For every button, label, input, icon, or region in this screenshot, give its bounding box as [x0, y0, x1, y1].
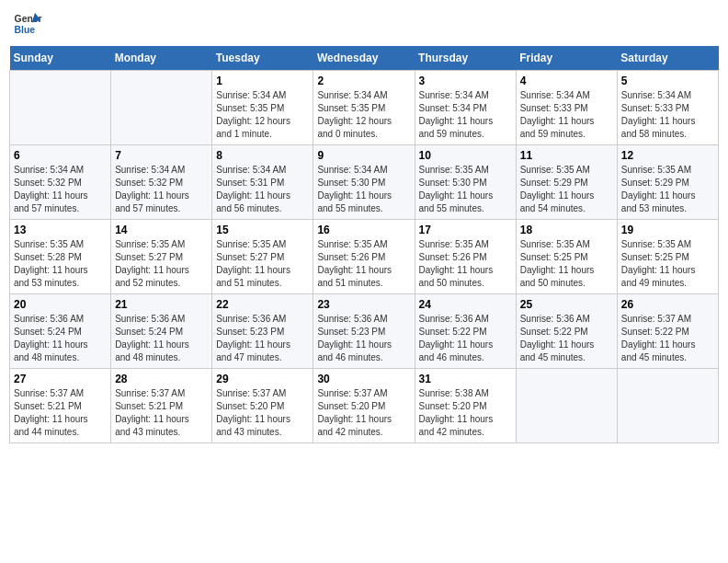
calendar-cell: 23Sunrise: 5:36 AMSunset: 5:23 PMDayligh…	[313, 294, 415, 369]
calendar-cell: 14Sunrise: 5:35 AMSunset: 5:27 PMDayligh…	[111, 220, 212, 294]
day-number: 10	[419, 149, 512, 162]
day-number: 23	[317, 298, 410, 311]
day-number: 15	[216, 224, 309, 236]
calendar-cell: 13Sunrise: 5:35 AMSunset: 5:28 PMDayligh…	[10, 220, 111, 294]
calendar-cell: 27Sunrise: 5:37 AMSunset: 5:21 PMDayligh…	[10, 369, 111, 443]
calendar-cell: 1Sunrise: 5:34 AMSunset: 5:35 PMDaylight…	[212, 71, 313, 145]
logo-icon: General Blue	[13, 9, 42, 39]
calendar-week-1: 1Sunrise: 5:34 AMSunset: 5:35 PMDaylight…	[10, 71, 719, 145]
calendar-cell: 2Sunrise: 5:34 AMSunset: 5:35 PMDaylight…	[313, 71, 415, 145]
day-info: Sunrise: 5:34 AMSunset: 5:35 PMDaylight:…	[216, 89, 309, 141]
day-info: Sunrise: 5:35 AMSunset: 5:27 PMDaylight:…	[216, 238, 309, 290]
day-number: 18	[520, 224, 613, 236]
calendar-week-4: 20Sunrise: 5:36 AMSunset: 5:24 PMDayligh…	[10, 294, 719, 369]
calendar-cell: 6Sunrise: 5:34 AMSunset: 5:32 PMDaylight…	[10, 145, 111, 220]
calendar-header-sunday: Sunday	[10, 46, 111, 71]
day-number: 16	[317, 224, 410, 236]
day-info: Sunrise: 5:37 AMSunset: 5:21 PMDaylight:…	[115, 387, 208, 439]
calendar-cell: 3Sunrise: 5:34 AMSunset: 5:34 PMDaylight…	[415, 71, 516, 145]
day-info: Sunrise: 5:36 AMSunset: 5:24 PMDaylight:…	[115, 313, 208, 364]
day-info: Sunrise: 5:34 AMSunset: 5:33 PMDaylight:…	[520, 89, 613, 141]
calendar-cell: 11Sunrise: 5:35 AMSunset: 5:29 PMDayligh…	[516, 145, 617, 220]
day-number: 19	[621, 224, 714, 236]
calendar-cell: 16Sunrise: 5:35 AMSunset: 5:26 PMDayligh…	[313, 220, 415, 294]
calendar-cell: 21Sunrise: 5:36 AMSunset: 5:24 PMDayligh…	[111, 294, 212, 369]
day-info: Sunrise: 5:34 AMSunset: 5:35 PMDaylight:…	[317, 89, 410, 141]
calendar-table: SundayMondayTuesdayWednesdayThursdayFrid…	[9, 46, 719, 443]
calendar-cell: 7Sunrise: 5:34 AMSunset: 5:32 PMDaylight…	[111, 145, 212, 220]
day-number: 24	[419, 298, 512, 311]
day-number: 31	[419, 373, 512, 385]
page-header: General Blue	[9, 9, 719, 39]
calendar-cell: 24Sunrise: 5:36 AMSunset: 5:22 PMDayligh…	[415, 294, 516, 369]
day-number: 29	[216, 373, 309, 385]
day-number: 26	[621, 298, 714, 311]
calendar-week-5: 27Sunrise: 5:37 AMSunset: 5:21 PMDayligh…	[10, 369, 719, 443]
calendar-cell: 17Sunrise: 5:35 AMSunset: 5:26 PMDayligh…	[415, 220, 516, 294]
svg-text:Blue: Blue	[15, 25, 36, 35]
day-info: Sunrise: 5:37 AMSunset: 5:22 PMDaylight:…	[621, 313, 714, 364]
calendar-cell: 5Sunrise: 5:34 AMSunset: 5:33 PMDaylight…	[617, 71, 718, 145]
day-number: 28	[115, 373, 208, 385]
day-info: Sunrise: 5:34 AMSunset: 5:31 PMDaylight:…	[216, 164, 309, 215]
calendar-header-saturday: Saturday	[617, 46, 718, 71]
calendar-cell	[10, 71, 111, 145]
calendar-cell: 26Sunrise: 5:37 AMSunset: 5:22 PMDayligh…	[617, 294, 718, 369]
calendar-cell: 30Sunrise: 5:37 AMSunset: 5:20 PMDayligh…	[313, 369, 415, 443]
calendar-cell: 10Sunrise: 5:35 AMSunset: 5:30 PMDayligh…	[415, 145, 516, 220]
calendar-cell: 12Sunrise: 5:35 AMSunset: 5:29 PMDayligh…	[617, 145, 718, 220]
calendar-header-tuesday: Tuesday	[212, 46, 313, 71]
day-info: Sunrise: 5:35 AMSunset: 5:27 PMDaylight:…	[115, 238, 208, 290]
day-number: 6	[14, 149, 107, 162]
day-number: 14	[115, 224, 208, 236]
day-number: 11	[520, 149, 613, 162]
day-info: Sunrise: 5:36 AMSunset: 5:22 PMDaylight:…	[419, 313, 512, 364]
day-info: Sunrise: 5:38 AMSunset: 5:20 PMDaylight:…	[419, 387, 512, 439]
day-number: 5	[621, 75, 714, 87]
calendar-cell	[111, 71, 212, 145]
day-number: 17	[419, 224, 512, 236]
day-number: 9	[317, 149, 410, 162]
day-info: Sunrise: 5:34 AMSunset: 5:32 PMDaylight:…	[14, 164, 107, 215]
calendar-week-3: 13Sunrise: 5:35 AMSunset: 5:28 PMDayligh…	[10, 220, 719, 294]
calendar-header-wednesday: Wednesday	[313, 46, 415, 71]
day-info: Sunrise: 5:36 AMSunset: 5:22 PMDaylight:…	[520, 313, 613, 364]
day-info: Sunrise: 5:36 AMSunset: 5:23 PMDaylight:…	[216, 313, 309, 364]
day-info: Sunrise: 5:34 AMSunset: 5:34 PMDaylight:…	[419, 89, 512, 141]
calendar-cell: 8Sunrise: 5:34 AMSunset: 5:31 PMDaylight…	[212, 145, 313, 220]
day-number: 13	[14, 224, 107, 236]
day-number: 1	[216, 75, 309, 87]
day-number: 3	[419, 75, 512, 87]
calendar-cell	[516, 369, 617, 443]
calendar-header-row: SundayMondayTuesdayWednesdayThursdayFrid…	[10, 46, 719, 71]
day-info: Sunrise: 5:34 AMSunset: 5:33 PMDaylight:…	[621, 89, 714, 141]
calendar-cell: 22Sunrise: 5:36 AMSunset: 5:23 PMDayligh…	[212, 294, 313, 369]
day-info: Sunrise: 5:37 AMSunset: 5:20 PMDaylight:…	[216, 387, 309, 439]
day-number: 20	[14, 298, 107, 311]
calendar-week-2: 6Sunrise: 5:34 AMSunset: 5:32 PMDaylight…	[10, 145, 719, 220]
day-number: 30	[317, 373, 410, 385]
day-info: Sunrise: 5:35 AMSunset: 5:28 PMDaylight:…	[14, 238, 107, 290]
calendar-header-monday: Monday	[111, 46, 212, 71]
calendar-cell: 18Sunrise: 5:35 AMSunset: 5:25 PMDayligh…	[516, 220, 617, 294]
calendar-cell: 9Sunrise: 5:34 AMSunset: 5:30 PMDaylight…	[313, 145, 415, 220]
day-info: Sunrise: 5:36 AMSunset: 5:24 PMDaylight:…	[14, 313, 107, 364]
day-number: 25	[520, 298, 613, 311]
day-number: 21	[115, 298, 208, 311]
day-info: Sunrise: 5:35 AMSunset: 5:25 PMDaylight:…	[621, 238, 714, 290]
day-info: Sunrise: 5:35 AMSunset: 5:26 PMDaylight:…	[317, 238, 410, 290]
day-info: Sunrise: 5:35 AMSunset: 5:26 PMDaylight:…	[419, 238, 512, 290]
day-info: Sunrise: 5:35 AMSunset: 5:29 PMDaylight:…	[621, 164, 714, 215]
day-info: Sunrise: 5:36 AMSunset: 5:23 PMDaylight:…	[317, 313, 410, 364]
calendar-cell	[617, 369, 718, 443]
day-info: Sunrise: 5:35 AMSunset: 5:30 PMDaylight:…	[419, 164, 512, 215]
day-number: 22	[216, 298, 309, 311]
calendar-cell: 31Sunrise: 5:38 AMSunset: 5:20 PMDayligh…	[415, 369, 516, 443]
day-info: Sunrise: 5:35 AMSunset: 5:29 PMDaylight:…	[520, 164, 613, 215]
day-number: 27	[14, 373, 107, 385]
day-number: 2	[317, 75, 410, 87]
calendar-cell: 29Sunrise: 5:37 AMSunset: 5:20 PMDayligh…	[212, 369, 313, 443]
calendar-cell: 25Sunrise: 5:36 AMSunset: 5:22 PMDayligh…	[516, 294, 617, 369]
calendar-cell: 15Sunrise: 5:35 AMSunset: 5:27 PMDayligh…	[212, 220, 313, 294]
day-info: Sunrise: 5:34 AMSunset: 5:32 PMDaylight:…	[115, 164, 208, 215]
